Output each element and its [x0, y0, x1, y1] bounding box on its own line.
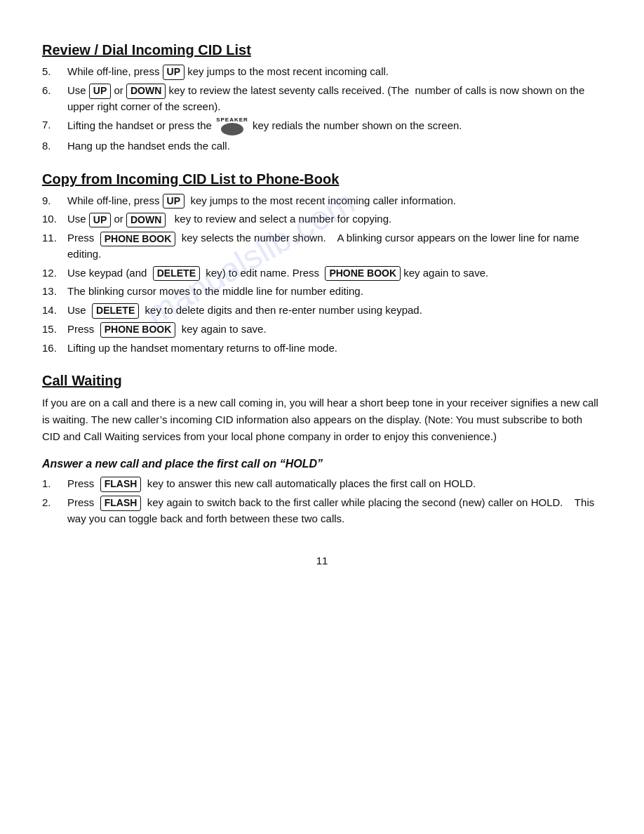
item-content: Use UP or DOWN key to review the latest … [67, 83, 602, 114]
delete-key: DELETE [153, 266, 200, 282]
item-content: Use keypad (and DELETE key) to edit name… [67, 265, 602, 282]
list-item: 16. Lifting up the handset momentary ret… [42, 340, 602, 357]
item-content: Press PHONE BOOK key selects the number … [67, 230, 602, 262]
page-number: 11 [42, 555, 602, 567]
up-key: UP [89, 213, 111, 228]
list-item: 13. The blinking cursor moves to the mid… [42, 284, 602, 300]
item-num: 11. [42, 230, 67, 262]
item-num: 13. [42, 284, 67, 300]
section2-title: Copy from Incoming CID List to Phone-Boo… [42, 171, 602, 187]
list-item: 10. Use UP or DOWN key to review and sel… [42, 211, 602, 227]
list-item: 6. Use UP or DOWN key to review the late… [42, 83, 602, 114]
list-item: 15. Press PHONE BOOK key again to save. [42, 322, 602, 338]
up-key: UP [163, 65, 185, 80]
item-content: Press PHONE BOOK key again to save. [67, 322, 602, 338]
item-content: Hang up the handset ends the call. [67, 138, 602, 154]
item-content: Use UP or DOWN key to review and select … [67, 211, 602, 227]
item-num: 10. [42, 211, 67, 227]
item-content: The blinking cursor moves to the middle … [67, 284, 602, 300]
list-item: 1. Press FLASH key to answer this new ca… [42, 476, 602, 492]
list-item: 12. Use keypad (and DELETE key) to edit … [42, 265, 602, 282]
list-item: 14. Use DELETE key to delete digits and … [42, 303, 602, 319]
item-num: 14. [42, 303, 67, 319]
item-num: 12. [42, 265, 67, 282]
item-content: Press FLASH key to answer this new call … [67, 476, 602, 492]
item-content: Lifting the handset or press the SPEAKER… [67, 117, 602, 135]
phonebook-key: PHONE BOOK [100, 322, 176, 338]
section4-title: Answer a new call and place the first ca… [42, 458, 602, 470]
item-content: While off-line, press UP key jumps to th… [67, 64, 602, 80]
down-key: DOWN [126, 84, 166, 99]
flash-key: FLASH [100, 477, 142, 492]
item-num: 16. [42, 340, 67, 357]
section3-paragraph: If you are on a call and there is a new … [42, 395, 602, 445]
item-num: 2. [42, 495, 67, 527]
up-key: UP [163, 194, 185, 209]
section3-title: Call Waiting [42, 373, 602, 389]
speaker-key: SPEAKER [216, 117, 248, 135]
section4-list: 1. Press FLASH key to answer this new ca… [42, 476, 602, 527]
down-key: DOWN [126, 213, 166, 228]
delete-key: DELETE [92, 303, 139, 319]
list-item: 9. While off-line, press UP key jumps to… [42, 193, 602, 209]
speaker-oval [221, 123, 243, 135]
item-num: 6. [42, 83, 67, 114]
item-content: Use DELETE key to delete digits and then… [67, 303, 602, 319]
item-num: 8. [42, 138, 67, 154]
list-item: 11. Press PHONE BOOK key selects the num… [42, 230, 602, 262]
section1-title: Review / Dial Incoming CID List [42, 42, 602, 58]
phonebook-key: PHONE BOOK [100, 232, 176, 247]
section2-list: 9. While off-line, press UP key jumps to… [42, 193, 602, 356]
item-num: 15. [42, 322, 67, 338]
section1-list: 5. While off-line, press UP key jumps to… [42, 64, 602, 154]
list-item: 2. Press FLASH key again to switch back … [42, 495, 602, 527]
phonebook-key: PHONE BOOK [325, 266, 401, 282]
list-item: 7. Lifting the handset or press the SPEA… [42, 117, 602, 135]
item-num: 7. [42, 117, 67, 135]
speaker-label: SPEAKER [216, 117, 248, 123]
item-content: Press FLASH key again to switch back to … [67, 495, 602, 527]
item-content: While off-line, press UP key jumps to th… [67, 193, 602, 209]
item-content: Lifting up the handset momentary returns… [67, 340, 602, 357]
list-item: 5. While off-line, press UP key jumps to… [42, 64, 602, 80]
item-num: 1. [42, 476, 67, 492]
list-item: 8. Hang up the handset ends the call. [42, 138, 602, 154]
flash-key: FLASH [100, 496, 142, 511]
item-num: 5. [42, 64, 67, 80]
item-num: 9. [42, 193, 67, 209]
up-key: UP [89, 84, 111, 99]
